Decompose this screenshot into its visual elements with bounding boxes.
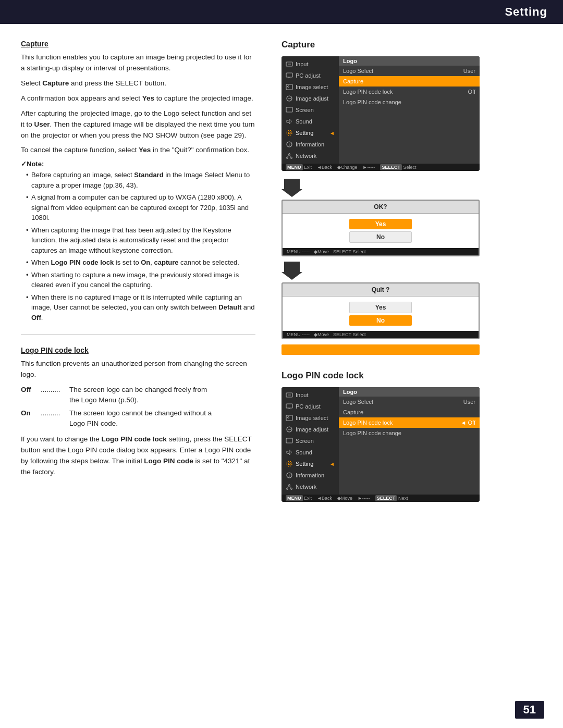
menu-image-select-label: Image select [296, 84, 328, 90]
svg-marker-30 [287, 450, 290, 455]
logo-pin-ui-panel: Input PC adjust Image sele [282, 387, 480, 502]
bottom-back: ◄Back [317, 165, 332, 170]
lp-network-label: Network [296, 484, 316, 490]
lp-image-adjust-label: Image adjust [296, 426, 328, 433]
svg-text:i: i [289, 142, 290, 147]
lp-submenu-capture[interactable]: Capture [339, 407, 480, 417]
on-desc: The screen logo cannot be changed withou… [69, 408, 255, 429]
bottom-change: ◆Change [337, 165, 358, 170]
note-item-5: When starting to capture a new image, th… [26, 270, 255, 290]
quit-yes-button[interactable]: Yes [349, 302, 412, 313]
svg-point-32 [287, 461, 292, 466]
logo-pin-section: Logo PIN code lock This function prevent… [21, 346, 255, 478]
lp-menu-image-select[interactable]: Image select [282, 412, 339, 424]
off-row: Off .......... The screen logo can be ch… [21, 385, 255, 406]
input-icon [286, 60, 293, 68]
svg-point-14 [289, 154, 290, 155]
lp-submenu-logo-select[interactable]: Logo Select User [339, 397, 480, 407]
lp-menu-screen[interactable]: Screen [282, 435, 339, 447]
capture-bold3: User [34, 120, 50, 128]
lp-logo-pin-lock-label: Logo PIN code lock [343, 419, 393, 426]
menu-sound[interactable]: Sound [282, 116, 339, 127]
ok-dialog-body: Yes No [283, 214, 479, 248]
lp-menu-setting[interactable]: Setting ◄ [282, 458, 339, 470]
svg-point-10 [288, 132, 290, 134]
submenu-logo-pin-change[interactable]: Logo PIN code change [339, 97, 480, 107]
image-adjust-icon [286, 95, 293, 102]
svg-line-18 [289, 155, 291, 157]
on-label: On [21, 408, 41, 429]
on-row: On .......... The screen logo cannot be … [21, 408, 255, 429]
svg-rect-8 [286, 107, 292, 112]
lp-menu-image-adjust[interactable]: Image adjust [282, 424, 339, 435]
menu-input[interactable]: Input [282, 58, 339, 70]
lp-menu-input[interactable]: Input [282, 389, 339, 401]
bottom-skip: ►----- [362, 165, 375, 170]
logo-pin-right-title: Logo PIN code lock [282, 371, 364, 381]
lp-sound-label: Sound [296, 449, 312, 455]
svg-line-38 [287, 486, 289, 488]
lp-menu-pc-adjust[interactable]: PC adjust [282, 401, 339, 412]
quit-bottom-select: SELECT Select [333, 332, 365, 337]
note-item-2: A signal from a computer can be captured… [26, 192, 255, 223]
menu-information[interactable]: i Information [282, 139, 339, 150]
lp-setting-arrow: ◄ [329, 461, 335, 467]
lp-logo-select-value: User [463, 399, 475, 405]
lp-image-adjust-icon [286, 426, 293, 433]
lp-menu-network[interactable]: Network [282, 481, 339, 492]
menu-image-select[interactable]: Image select [282, 81, 339, 93]
logo-pin-bottom-bar: MENU Exit ◄Back ◆Move ►----- SELECT Next [282, 495, 480, 502]
note-label: ✓Note: [21, 160, 255, 168]
svg-rect-29 [286, 438, 292, 443]
right-column: Capture Input [271, 40, 542, 507]
quit-dialog-bottom-bar: MENU ----- ◆Move SELECT Select [283, 331, 479, 338]
capture-bold1: Capture [42, 79, 69, 87]
quit-dialog: Quit ? Yes No MENU ----- ◆Move SELECT Se… [282, 282, 480, 339]
lp-bottom-skip: ►----- [358, 496, 370, 501]
capture-bottom-bar: MENU Exit ◄Back ◆Change ►----- SELECT Se… [282, 164, 480, 171]
svg-point-36 [287, 488, 288, 490]
submenu-logo-select[interactable]: Logo Select User [339, 66, 480, 76]
lp-submenu-logo-pin-change[interactable]: Logo PIN code change [339, 428, 480, 438]
lp-pc-icon [286, 403, 293, 410]
ok-no-button[interactable]: No [349, 231, 412, 243]
left-column: Capture This function enables you to cap… [0, 40, 271, 507]
capture-heading: Capture [21, 40, 255, 48]
lp-bottom-next: SELECT Next [375, 496, 408, 501]
image-select-icon [286, 83, 293, 91]
setting-arrow: ◄ [329, 130, 335, 136]
lp-bottom-back: ◄Back [317, 496, 332, 501]
lp-menu-sound[interactable]: Sound [282, 447, 339, 458]
capture-para3-suffix: to capture the projected image. [154, 94, 253, 102]
submenu-capture[interactable]: Capture [339, 76, 480, 87]
off-label: Off [21, 385, 41, 406]
capture-ui-panel: Input PC adjust Image sele [282, 56, 480, 171]
network-icon [286, 152, 293, 159]
ok-yes-button[interactable]: Yes [349, 219, 412, 229]
capture-submenu-header: Logo [339, 56, 480, 66]
logo-pin-submenu-header: Logo [339, 387, 480, 397]
lp-submenu-logo-pin-lock[interactable]: Logo PIN code lock ◄ Off [339, 417, 480, 428]
capture-label: Capture [343, 78, 363, 84]
svg-text:i: i [289, 473, 290, 478]
sound-icon [286, 118, 293, 125]
quit-bottom-menu: MENU ----- [287, 332, 310, 337]
setting-icon [286, 129, 293, 137]
capture-bold4: Yes [139, 146, 151, 154]
lp-information-label: Information [296, 472, 324, 478]
menu-setting[interactable]: Setting ◄ [282, 127, 339, 139]
submenu-logo-pin-lock[interactable]: Logo PIN code lock Off [339, 87, 480, 97]
lp-input-label: Input [296, 392, 308, 398]
quit-no-button[interactable]: No [349, 315, 412, 326]
svg-marker-19 [282, 179, 302, 197]
menu-network[interactable]: Network [282, 150, 339, 162]
lp-bottom-menu-exit: MENU Exit [286, 496, 312, 501]
bottom-menu-exit: MENU Exit [286, 165, 312, 170]
menu-image-adjust[interactable]: Image adjust [282, 93, 339, 104]
logo-select-value: User [463, 68, 475, 74]
menu-screen[interactable]: Screen [282, 104, 339, 116]
lp-menu-information[interactable]: i Information [282, 470, 339, 481]
menu-pc-adjust[interactable]: PC adjust [282, 70, 339, 81]
header-title: Setting [505, 5, 547, 18]
logo-pin-lock-value: Off [468, 89, 475, 95]
